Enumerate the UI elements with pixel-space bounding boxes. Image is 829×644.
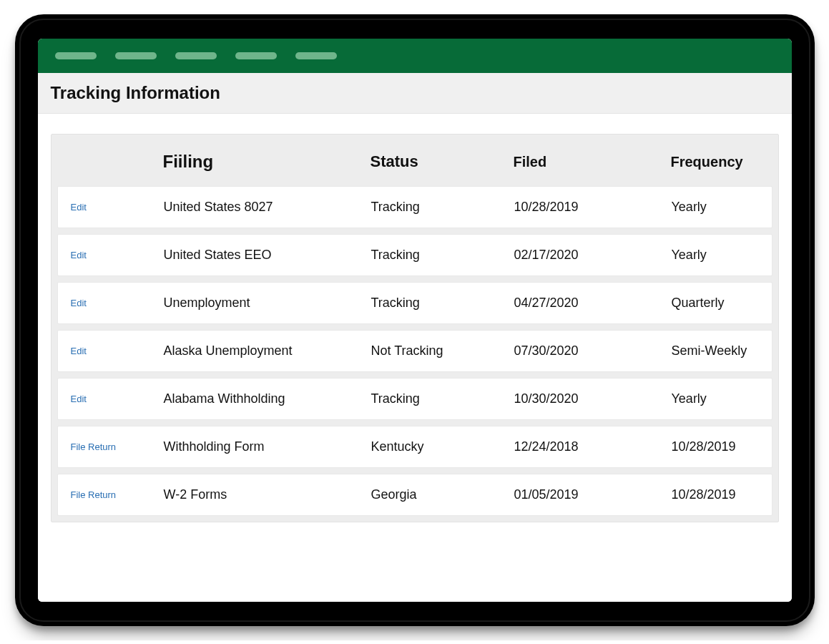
cell-status: Georgia bbox=[371, 487, 514, 502]
edit-link[interactable]: Edit bbox=[71, 346, 164, 356]
edit-link[interactable]: Edit bbox=[71, 394, 164, 404]
cell-filing: United States EEO bbox=[164, 248, 371, 263]
nav-item-placeholder[interactable] bbox=[175, 52, 217, 59]
file-return-link[interactable]: File Return bbox=[71, 489, 164, 500]
table-row: File Return Withholding Form Kentucky 12… bbox=[57, 426, 772, 468]
cell-status: Not Tracking bbox=[371, 343, 514, 358]
table-row: File Return W-2 Forms Georgia 01/05/2019… bbox=[57, 474, 772, 516]
cell-filing: Unemployment bbox=[164, 296, 371, 311]
column-header-filing: Fiiling bbox=[163, 152, 371, 172]
cell-filed: 01/05/2019 bbox=[514, 487, 672, 502]
cell-status: Tracking bbox=[371, 391, 514, 406]
edit-link[interactable]: Edit bbox=[71, 250, 164, 260]
table-row: Edit Unemployment Tracking 04/27/2020 Qu… bbox=[57, 282, 772, 324]
table-row: Edit Alabama Withholding Tracking 10/30/… bbox=[57, 378, 772, 420]
tracking-table: Fiiling Status Filed Frequency Edit Unit… bbox=[51, 134, 779, 522]
cell-filed: 07/30/2020 bbox=[514, 343, 672, 358]
edit-link[interactable]: Edit bbox=[71, 202, 164, 213]
nav-item-placeholder[interactable] bbox=[115, 52, 157, 59]
table-row: Edit Alaska Unemployment Not Tracking 07… bbox=[57, 330, 772, 372]
cell-frequency: Yearly bbox=[672, 391, 759, 406]
cell-frequency: 10/28/2019 bbox=[672, 487, 759, 502]
app-screen: Tracking Information Fiiling Status File… bbox=[38, 39, 792, 602]
cell-filing: Alabama Withholding bbox=[164, 391, 371, 406]
cell-frequency: Quarterly bbox=[672, 296, 759, 311]
cell-frequency: Yearly bbox=[672, 248, 759, 263]
column-header-filed: Filed bbox=[514, 154, 671, 170]
top-navigation-bar bbox=[38, 39, 792, 73]
cell-filing: Withholding Form bbox=[164, 439, 371, 454]
cell-filing: Alaska Unemployment bbox=[164, 343, 371, 358]
cell-filed: 12/24/2018 bbox=[514, 439, 672, 454]
content-area: Fiiling Status Filed Frequency Edit Unit… bbox=[38, 114, 792, 602]
file-return-link[interactable]: File Return bbox=[71, 441, 164, 452]
nav-item-placeholder[interactable] bbox=[55, 52, 97, 59]
page-title: Tracking Information bbox=[51, 83, 779, 103]
cell-filing: United States 8027 bbox=[164, 200, 371, 215]
nav-item-placeholder[interactable] bbox=[235, 52, 277, 59]
table-row: Edit United States 8027 Tracking 10/28/2… bbox=[57, 186, 772, 228]
page-title-bar: Tracking Information bbox=[38, 73, 792, 114]
column-header-frequency: Frequency bbox=[671, 154, 760, 170]
cell-status: Tracking bbox=[371, 248, 514, 263]
column-header-status: Status bbox=[371, 152, 514, 171]
tablet-frame: Tracking Information Fiiling Status File… bbox=[15, 14, 815, 626]
cell-frequency: Yearly bbox=[672, 200, 759, 215]
table-row: Edit United States EEO Tracking 02/17/20… bbox=[57, 234, 772, 276]
cell-frequency: 10/28/2019 bbox=[672, 439, 759, 454]
cell-filed: 02/17/2020 bbox=[514, 248, 672, 263]
cell-status: Tracking bbox=[371, 200, 514, 215]
edit-link[interactable]: Edit bbox=[71, 298, 164, 308]
cell-frequency: Semi-Weekly bbox=[672, 343, 759, 358]
cell-filing: W-2 Forms bbox=[164, 487, 371, 502]
nav-item-placeholder[interactable] bbox=[295, 52, 337, 59]
cell-status: Tracking bbox=[371, 296, 514, 311]
cell-filed: 10/30/2020 bbox=[514, 391, 672, 406]
cell-status: Kentucky bbox=[371, 439, 514, 454]
cell-filed: 04/27/2020 bbox=[514, 296, 672, 311]
cell-filed: 10/28/2019 bbox=[514, 200, 672, 215]
table-header-row: Fiiling Status Filed Frequency bbox=[57, 135, 772, 185]
